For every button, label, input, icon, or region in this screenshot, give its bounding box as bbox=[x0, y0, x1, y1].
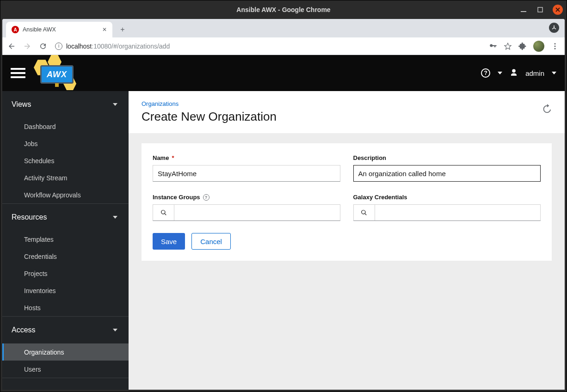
name-label: Name* bbox=[153, 154, 340, 161]
chevron-down-icon bbox=[113, 329, 117, 331]
name-input[interactable] bbox=[153, 165, 340, 182]
forward-button[interactable] bbox=[22, 41, 33, 52]
os-titlebar: Ansible AWX - Google Chrome bbox=[0, 0, 567, 19]
minimize-button[interactable] bbox=[519, 6, 528, 14]
address-bar[interactable]: i localhost:10080/#/organizations/add bbox=[53, 43, 484, 50]
form-card: Name* Description bbox=[142, 143, 552, 261]
awx-badge: AWX bbox=[40, 65, 74, 84]
galaxy-credentials-label: Galaxy Credentials bbox=[353, 194, 541, 201]
nav-item-dashboard[interactable]: Dashboard bbox=[2, 118, 129, 135]
save-button[interactable]: Save bbox=[153, 233, 185, 250]
history-icon[interactable] bbox=[542, 104, 552, 114]
nav-item-jobs[interactable]: Jobs bbox=[2, 135, 129, 152]
svg-point-3 bbox=[555, 45, 556, 47]
svg-rect-0 bbox=[521, 11, 526, 12]
url-path: :10080/#/organizations/add bbox=[92, 43, 170, 50]
site-info-icon[interactable]: i bbox=[55, 43, 62, 50]
nav-toggle-button[interactable] bbox=[11, 66, 25, 80]
nav-section-resources[interactable]: Resources bbox=[2, 204, 129, 231]
tab-strip: A Ansible AWX ✕ + bbox=[2, 19, 565, 37]
description-input[interactable] bbox=[353, 165, 541, 182]
page-title: Create New Organization bbox=[142, 110, 552, 124]
tab-close-button[interactable]: ✕ bbox=[102, 26, 107, 33]
description-label: Description bbox=[353, 154, 541, 161]
nav-section-label: Views bbox=[12, 100, 31, 109]
favicon-icon: A bbox=[12, 26, 19, 33]
nav-item-projects[interactable]: Projects bbox=[2, 265, 129, 282]
required-indicator: * bbox=[172, 154, 174, 161]
bookmark-star-icon[interactable] bbox=[504, 42, 512, 50]
nav-section-views[interactable]: Views bbox=[2, 91, 129, 118]
help-dropdown-icon[interactable] bbox=[498, 72, 502, 74]
url-host: localhost bbox=[66, 43, 92, 50]
help-icon[interactable]: ? bbox=[203, 194, 210, 201]
app-header: AWX ? admin bbox=[2, 55, 565, 91]
close-button[interactable] bbox=[553, 5, 563, 15]
nav-item-workflow-approvals[interactable]: Workflow Approvals bbox=[2, 186, 129, 203]
cancel-button[interactable]: Cancel bbox=[191, 233, 231, 250]
chrome-account-icon[interactable] bbox=[549, 23, 559, 33]
reload-button[interactable] bbox=[37, 41, 49, 52]
instance-groups-label: Instance Groups ? bbox=[153, 194, 340, 201]
browser-tab-active[interactable]: A Ansible AWX ✕ bbox=[6, 22, 112, 37]
nav-item-organizations[interactable]: Organizations bbox=[2, 343, 129, 361]
nav-section-label: Access bbox=[12, 326, 36, 334]
galaxy-credentials-input[interactable] bbox=[375, 205, 541, 220]
user-icon bbox=[510, 68, 518, 78]
galaxy-credentials-search-button[interactable] bbox=[354, 205, 375, 220]
nav-item-hosts[interactable]: Hosts bbox=[2, 299, 129, 316]
sidebar-nav: Views Dashboard Jobs Schedules Activity … bbox=[2, 91, 129, 390]
main-content: Organizations Create New Organization Na… bbox=[129, 91, 565, 390]
breadcrumb-organizations[interactable]: Organizations bbox=[142, 100, 179, 107]
nav-section-access[interactable]: Access bbox=[2, 317, 129, 343]
instance-groups-input[interactable] bbox=[174, 205, 340, 220]
nav-item-activity-stream[interactable]: Activity Stream bbox=[2, 169, 129, 186]
svg-point-2 bbox=[555, 43, 556, 44]
user-dropdown-icon[interactable] bbox=[552, 72, 556, 74]
back-button[interactable] bbox=[6, 41, 17, 52]
chevron-down-icon bbox=[113, 103, 117, 106]
nav-item-inventories[interactable]: Inventories bbox=[2, 282, 129, 299]
svg-rect-1 bbox=[538, 7, 542, 12]
profile-avatar[interactable] bbox=[533, 41, 544, 52]
instance-groups-search-button[interactable] bbox=[153, 205, 174, 220]
maximize-button[interactable] bbox=[536, 6, 544, 14]
window-title: Ansible AWX - Google Chrome bbox=[236, 6, 330, 13]
browser-toolbar: i localhost:10080/#/organizations/add bbox=[2, 37, 565, 55]
nav-item-templates[interactable]: Templates bbox=[2, 231, 129, 248]
chrome-menu-icon[interactable] bbox=[551, 42, 559, 50]
password-key-icon[interactable] bbox=[489, 42, 497, 50]
username-label: admin bbox=[525, 69, 544, 77]
tab-title: Ansible AWX bbox=[23, 26, 99, 33]
svg-point-4 bbox=[555, 48, 556, 49]
nav-item-users[interactable]: Users bbox=[2, 361, 129, 378]
extensions-icon[interactable] bbox=[518, 42, 527, 50]
new-tab-button[interactable]: + bbox=[116, 23, 129, 36]
help-icon[interactable]: ? bbox=[481, 68, 490, 78]
nav-item-credentials[interactable]: Credentials bbox=[2, 248, 129, 265]
nav-item-schedules[interactable]: Schedules bbox=[2, 152, 129, 169]
nav-section-label: Resources bbox=[12, 213, 47, 221]
chevron-down-icon bbox=[113, 216, 117, 219]
awx-logo[interactable]: AWX bbox=[34, 57, 85, 89]
